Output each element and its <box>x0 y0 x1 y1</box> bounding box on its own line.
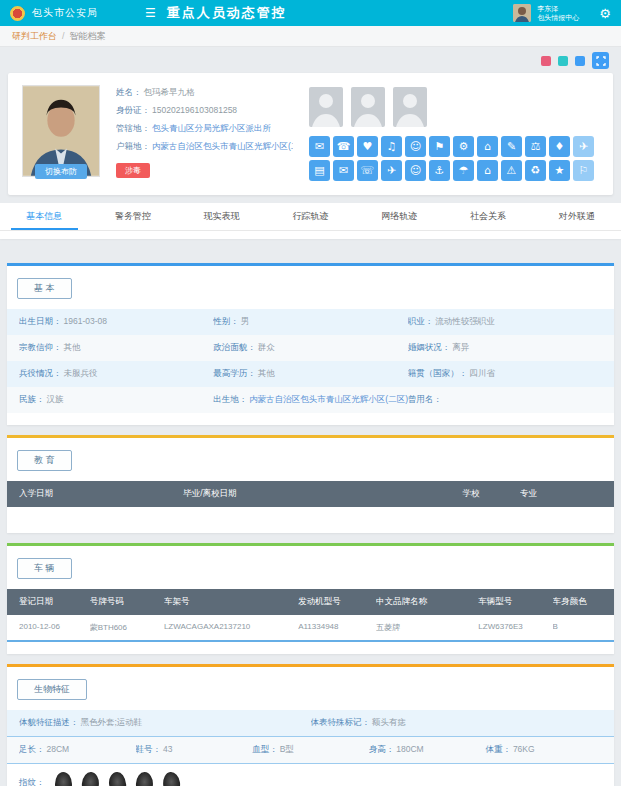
field-name: 姓名： 包玛希早九格 <box>116 87 293 99</box>
tab-basic-info[interactable]: 基本信息 <box>0 203 89 230</box>
phone-icon[interactable]: ☎ <box>333 136 354 157</box>
tab-movement-track[interactable]: 行踪轨迹 <box>266 203 355 230</box>
view-toolbar <box>0 47 621 71</box>
tab-reality-performance[interactable]: 现实表现 <box>177 203 266 230</box>
travel-icon[interactable]: ✈ <box>573 136 594 157</box>
column-header: 车架号 <box>164 596 298 608</box>
telephone-icon[interactable]: ☏ <box>357 160 378 181</box>
field-label: 血型： <box>252 744 278 754</box>
column-header: 号牌号码 <box>90 596 164 608</box>
field-value: 内蒙古自治区包头市青山区光辉小区(二区)-1-86 <box>249 394 407 404</box>
column-header: 登记日期 <box>19 596 90 608</box>
tab-external-contact[interactable]: 对外联通 <box>532 203 621 230</box>
fullscreen-icon <box>596 56 606 66</box>
field-value: 28CM <box>47 744 70 754</box>
asset-icon[interactable]: ♦ <box>549 136 570 157</box>
person-icon[interactable]: ☺ <box>405 160 426 181</box>
fingerprint-image <box>161 771 181 786</box>
column-header: 专业 <box>520 488 602 500</box>
column-header: 发动机型号 <box>298 596 376 608</box>
menu-toggle-icon[interactable]: ☰ <box>145 6 156 20</box>
field-label: 婚姻状况： <box>408 342 451 352</box>
education-empty-body <box>7 507 614 521</box>
field-value: 76KG <box>513 744 535 754</box>
gear-icon[interactable]: ⚙ <box>599 6 611 21</box>
field-label: 曾用名： <box>408 394 442 404</box>
cell-value: LZWACAGAXA2137210 <box>164 622 298 633</box>
field-value: 群众 <box>258 342 275 352</box>
scale-icon[interactable]: ⚖ <box>525 136 546 157</box>
recycle-icon[interactable]: ♻ <box>525 160 546 181</box>
field-value: 额头有痣 <box>372 717 406 727</box>
home-icon[interactable]: ⌂ <box>477 136 498 157</box>
contact-icon[interactable]: ☺ <box>405 136 426 157</box>
top-navigation-bar: 包头市公安局 ☰ 重点人员动态管控 李东泽 包头情报中心 ⚙ <box>0 0 621 26</box>
message-icon[interactable]: ✉ <box>309 136 330 157</box>
field-value: 男 <box>241 316 250 326</box>
media-icon[interactable]: ♫ <box>381 136 402 157</box>
field-value: 其他 <box>64 342 81 352</box>
house-icon[interactable]: ⌂ <box>477 160 498 181</box>
switch-deploy-button[interactable]: 切换布防 <box>35 164 87 179</box>
field-idcard: 身份证： 150202196103081258 <box>116 105 293 117</box>
fullscreen-button[interactable] <box>592 52 609 69</box>
tab-police-control[interactable]: 警务管控 <box>89 203 178 230</box>
photo-placeholder[interactable] <box>393 87 427 127</box>
tab-content: 基 本 出生日期：1961-03-08 性别：男 职业：流动性较强职业 宗教信仰… <box>0 239 621 786</box>
tab-panel-top <box>0 231 621 239</box>
star-icon[interactable]: ★ <box>549 160 570 181</box>
column-header: 车身颜色 <box>553 596 602 608</box>
warning-icon[interactable]: ⚠ <box>501 160 522 181</box>
photo-placeholder[interactable] <box>351 87 385 127</box>
column-header: 车辆型号 <box>478 596 552 608</box>
field-label: 体表特殊标记： <box>311 717 371 727</box>
flag-light-icon[interactable]: ⚐ <box>573 160 594 181</box>
section-vehicle: 车 辆 登记日期 号牌号码 车架号 发动机型号 中文品牌名称 车辆型号 车身颜色… <box>7 543 614 654</box>
heart-icon[interactable]: ♥ <box>357 136 378 157</box>
field-value: 其他 <box>258 368 275 378</box>
field-label: 管辖地： <box>116 123 150 135</box>
field-label: 出生日期： <box>19 316 62 326</box>
field-household: 户籍地： 内蒙古自治区包头市青山区光辉小区(二区)-1-86 <box>116 141 293 153</box>
breadcrumb-parent-link[interactable]: 研判工作台 <box>12 30 57 43</box>
photo-placeholder[interactable] <box>309 87 343 127</box>
view-toggle-teal-icon[interactable] <box>558 56 568 66</box>
basic-row: 出生日期：1961-03-08 性别：男 职业：流动性较强职业 <box>7 309 614 335</box>
column-header: 中文品牌名称 <box>376 596 478 608</box>
flag-icon[interactable]: ⚑ <box>429 136 450 157</box>
field-value: 43 <box>163 744 172 754</box>
drug-related-badge: 涉毒 <box>116 163 150 178</box>
fingerprint-image <box>80 771 99 786</box>
tab-social-relations[interactable]: 社会关系 <box>444 203 533 230</box>
user-avatar[interactable] <box>513 4 531 22</box>
flight-icon[interactable]: ✈ <box>381 160 402 181</box>
section-title-education: 教 育 <box>17 450 72 471</box>
breadcrumb: 研判工作台 / 智能档案 <box>0 26 621 47</box>
section-basic: 基 本 出生日期：1961-03-08 性别：男 职业：流动性较强职业 宗教信仰… <box>7 263 614 425</box>
topbar-right: 李东泽 包头情报中心 ⚙ <box>513 4 611 22</box>
mail-icon[interactable]: ✉ <box>333 160 354 181</box>
action-icon-grid: ✉ ☎ ♥ ♫ ☺ ⚑ ⚙ ⌂ ✎ ⚖ ♦ ✈ ▤ ✉ ☏ ✈ ☺ ⚓ ☂ ⌂ … <box>309 136 599 181</box>
fingerprint-row: 指纹： <box>7 764 614 786</box>
user-org: 包头情报中心 <box>537 13 579 22</box>
cell-value: B <box>553 622 602 633</box>
view-toggle-pink-icon[interactable] <box>541 56 551 66</box>
umbrella-icon[interactable]: ☂ <box>453 160 474 181</box>
tab-network-track[interactable]: 网络轨迹 <box>355 203 444 230</box>
field-value: 150202196103081258 <box>152 105 237 117</box>
card-icon[interactable]: ▤ <box>309 160 330 181</box>
field-label: 籍贯（国家）： <box>408 368 468 378</box>
fingerprint-image <box>135 772 153 786</box>
edit-icon[interactable]: ✎ <box>501 136 522 157</box>
settings-icon[interactable]: ⚙ <box>453 136 474 157</box>
field-label: 姓名： <box>116 87 142 99</box>
view-toggle-blue-icon[interactable] <box>575 56 585 66</box>
cell-value: LZW6376E3 <box>478 622 552 633</box>
anchor-icon[interactable]: ⚓ <box>429 160 450 181</box>
field-label: 职业： <box>408 316 434 326</box>
app-title: 重点人员动态管控 <box>167 4 287 22</box>
user-avatar-image <box>513 4 531 22</box>
profile-tabs: 基本信息 警务管控 现实表现 行踪轨迹 网络轨迹 社会关系 对外联通 <box>0 203 621 231</box>
basic-row: 宗教信仰：其他 政治面貌：群众 婚姻状况：离异 <box>7 335 614 361</box>
field-value: 1961-03-08 <box>64 316 107 326</box>
